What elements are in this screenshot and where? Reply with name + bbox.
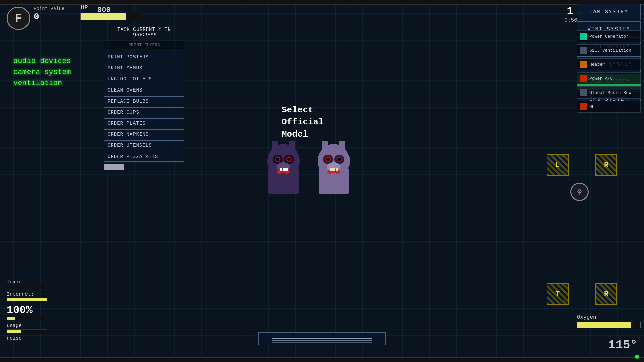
power-panel: Power Generator Sil. Ventilation Heater … bbox=[577, 30, 641, 115]
toxic-label: Toxic: bbox=[7, 279, 47, 285]
toxic-bar-fill bbox=[7, 286, 9, 289]
point-value-label: Point Value: bbox=[34, 6, 67, 11]
svg-rect-14 bbox=[280, 168, 282, 171]
freddy-logo: F bbox=[7, 7, 30, 30]
task-panel: TASK CURRENTLY IN PROGRESS PRINT FLYERS … bbox=[104, 27, 184, 170]
global-music-box-label: Global Music Box bbox=[589, 90, 631, 95]
svg-rect-31 bbox=[330, 168, 333, 171]
internet-percent: 100% bbox=[7, 304, 47, 316]
task-item-order-utensils[interactable]: ORDER UTENSILS bbox=[104, 140, 184, 150]
bottom-nav-arrows: T R bbox=[547, 283, 617, 305]
power-generator-indicator bbox=[580, 33, 587, 40]
fan-icon[interactable]: ⚘ bbox=[570, 183, 589, 201]
point-number: 0 bbox=[34, 12, 39, 22]
top-bar bbox=[0, 0, 644, 5]
task-item-order-plates[interactable]: ORDER PLATES bbox=[104, 118, 184, 128]
logo-letter: F bbox=[15, 12, 22, 25]
nav-right-arrow[interactable]: R bbox=[595, 154, 617, 176]
internet-bar bbox=[7, 298, 47, 301]
svg-rect-16 bbox=[285, 168, 288, 171]
task-scroll-button[interactable] bbox=[104, 164, 124, 170]
oxygen-bar-container bbox=[577, 322, 641, 328]
power-ac-label: Power A/C bbox=[589, 76, 613, 81]
task-header: TASK CURRENTLY IN PROGRESS bbox=[104, 27, 184, 38]
sil-ventilation-item: Sil. Ventilation bbox=[577, 44, 641, 56]
task-item-unclog-toilets[interactable]: UNCLOG TOILETS bbox=[104, 74, 184, 84]
character-1[interactable] bbox=[262, 137, 305, 201]
task-item-clean-ovens[interactable]: CLEAN OVENS bbox=[104, 85, 184, 95]
character-area bbox=[255, 127, 362, 201]
sil-ventilation-indicator bbox=[580, 47, 587, 54]
svg-rect-32 bbox=[333, 168, 335, 171]
nav-arrows: L R bbox=[547, 154, 617, 176]
bottom-right-letter: R bbox=[604, 290, 608, 298]
svg-point-9 bbox=[287, 158, 291, 161]
svg-rect-3 bbox=[289, 141, 295, 154]
power-ac-indicator bbox=[580, 75, 587, 82]
left-panel-ventilation[interactable]: ventilation bbox=[13, 79, 71, 87]
bottom-right-arrow[interactable]: R bbox=[595, 283, 617, 305]
usage-label: usage bbox=[7, 323, 47, 329]
svg-rect-2 bbox=[272, 141, 278, 154]
task-item-replace-bulbs[interactable]: REPLACE BULBS bbox=[104, 96, 184, 106]
left-panel-audio[interactable]: audio devices bbox=[13, 57, 71, 65]
hp-bar-fill bbox=[81, 13, 126, 20]
svg-point-25 bbox=[326, 158, 330, 161]
temperature-display: 115° bbox=[608, 338, 637, 352]
toxic-bar bbox=[7, 286, 47, 289]
global-music-box-indicator bbox=[580, 89, 587, 96]
heater-indicator bbox=[580, 61, 587, 68]
oxygen-label: Oxygen bbox=[577, 314, 641, 320]
internet-label: Internet: bbox=[7, 292, 47, 297]
time-hour: 1 bbox=[567, 5, 573, 17]
hp-bar-container bbox=[80, 13, 141, 20]
usage-bar bbox=[7, 317, 47, 320]
character-2[interactable] bbox=[312, 137, 356, 201]
svg-rect-33 bbox=[336, 168, 338, 171]
cam-system-button[interactable]: CAM SYSTEM bbox=[577, 4, 641, 20]
task-item-order-pizza-kits[interactable]: ORDER PIZZA KITS bbox=[104, 152, 184, 162]
off-indicator bbox=[580, 103, 587, 110]
off-item: OFF bbox=[577, 101, 641, 113]
power-ac-item: Power A/C bbox=[577, 72, 641, 84]
nav-right-letter: R bbox=[604, 161, 608, 169]
svg-rect-20 bbox=[339, 141, 345, 154]
off-label: OFF bbox=[589, 104, 597, 109]
task-item-order-cups[interactable]: ORDER CUPS bbox=[104, 107, 184, 117]
heater-item: Heater bbox=[577, 58, 641, 70]
sil-ventilation-label: Sil. Ventilation bbox=[589, 48, 631, 53]
status-green-dot bbox=[635, 355, 639, 359]
usage-bar-fill bbox=[7, 317, 15, 320]
heater-label: Heater bbox=[589, 62, 605, 67]
svg-point-8 bbox=[276, 158, 279, 161]
bottom-bar bbox=[258, 332, 386, 345]
power-generator-label: Power Generator bbox=[589, 34, 629, 39]
internet-bar-fill bbox=[7, 298, 47, 301]
left-panel: audio devices camera system ventilation bbox=[13, 57, 71, 90]
oxygen-section: Oxygen bbox=[577, 314, 641, 328]
svg-point-26 bbox=[338, 158, 341, 161]
oxygen-bar-fill bbox=[577, 322, 631, 328]
nav-left-arrow[interactable]: L bbox=[547, 154, 569, 176]
nav-left-letter: L bbox=[555, 161, 560, 169]
svg-rect-19 bbox=[322, 141, 328, 154]
task-in-progress: PRINT FLYERS bbox=[104, 41, 184, 49]
noise-label: noise bbox=[7, 336, 47, 341]
noise-bar bbox=[7, 329, 47, 333]
bottom-status-bar bbox=[0, 357, 644, 362]
task-item-print-posters[interactable]: PRINT POSTERS bbox=[104, 52, 184, 62]
task-item-order-napkins[interactable]: ORDER NAPKINS bbox=[104, 129, 184, 139]
left-panel-camera[interactable]: camera system bbox=[13, 68, 71, 76]
bottom-stats: Toxic: Internet: 100% usage noise bbox=[7, 279, 47, 342]
bottom-left-arrow[interactable]: T bbox=[547, 283, 569, 305]
task-item-print-menus[interactable]: PRINT MENUS bbox=[104, 63, 184, 73]
noise-bar-fill bbox=[7, 330, 21, 333]
bottom-left-letter: T bbox=[555, 290, 560, 298]
svg-rect-15 bbox=[283, 168, 285, 171]
bottom-bar-lines bbox=[272, 338, 373, 339]
hp-label: HP bbox=[80, 4, 88, 11]
power-generator-item: Power Generator bbox=[577, 30, 641, 42]
global-music-box-item: Global Music Box bbox=[577, 86, 641, 99]
